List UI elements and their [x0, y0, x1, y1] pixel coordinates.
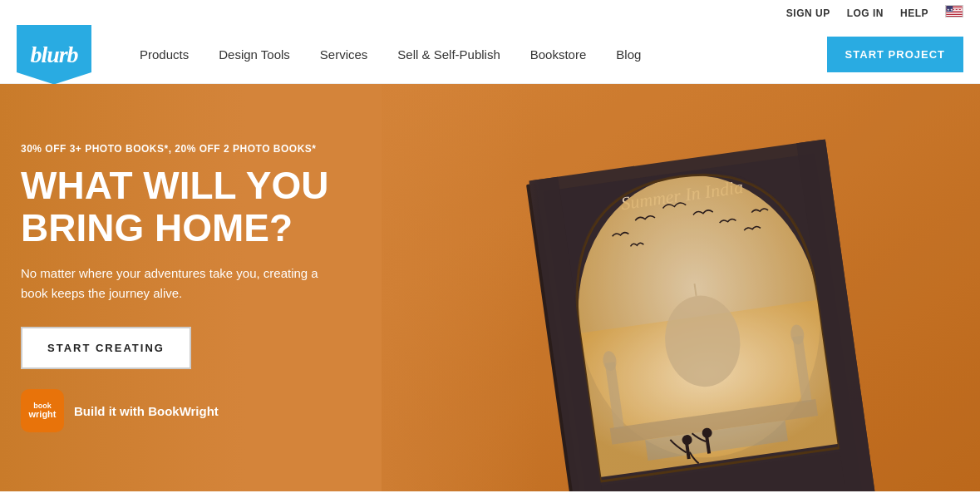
hero-content: 30% OFF 3+ PHOTO BOOKS*, 20% OFF 2 PHOTO…: [0, 84, 399, 491]
logo[interactable]: blurb: [17, 25, 91, 85]
bookwright-badge[interactable]: book wright Build it with BookWright: [21, 389, 374, 432]
nav-design-tools[interactable]: Design Tools: [204, 26, 305, 84]
nav-blog[interactable]: Blog: [601, 26, 656, 84]
svg-text:★★★★★★: ★★★★★★: [947, 7, 963, 12]
svg-rect-9: [946, 13, 962, 14]
bookwright-label: Build it with BookWright: [74, 404, 219, 418]
help-link[interactable]: HELP: [900, 7, 928, 19]
promo-text: 30% OFF 3+ PHOTO BOOKS*, 20% OFF 2 PHOTO…: [21, 143, 374, 155]
sign-up-link[interactable]: SIGN UP: [786, 7, 830, 19]
svg-rect-8: [946, 12, 962, 13]
nav-sell-self-publish[interactable]: Sell & Self-Publish: [382, 26, 515, 84]
start-creating-button[interactable]: START CREATING: [21, 327, 191, 369]
main-nav: blurb Products Design Tools Services Sel…: [0, 26, 980, 84]
svg-rect-12: [946, 16, 962, 17]
utility-bar: SIGN UP LOG IN HELP ★★★★★★: [0, 0, 980, 26]
log-in-link[interactable]: LOG IN: [847, 7, 884, 19]
nav-products[interactable]: Products: [125, 26, 204, 84]
language-flag[interactable]: ★★★★★★: [945, 5, 963, 21]
nav-services[interactable]: Services: [305, 26, 383, 84]
svg-rect-11: [946, 15, 962, 16]
bookwright-logo-bottom: wright: [29, 410, 57, 419]
hero-section: Summer In India: [0, 84, 980, 491]
svg-rect-7: [946, 12, 962, 12]
hero-headline: WHAT WILL YOU BRING HOME?: [21, 165, 374, 249]
svg-rect-10: [946, 14, 962, 15]
start-project-button[interactable]: START PROJECT: [827, 37, 963, 72]
logo-text: blurb: [30, 42, 77, 68]
nav-links: Products Design Tools Services Sell & Se…: [125, 26, 827, 84]
hero-subtext: No matter where your adventures take you…: [21, 264, 337, 303]
nav-bookstore[interactable]: Bookstore: [515, 26, 602, 84]
bookwright-logo: book wright: [21, 389, 64, 432]
